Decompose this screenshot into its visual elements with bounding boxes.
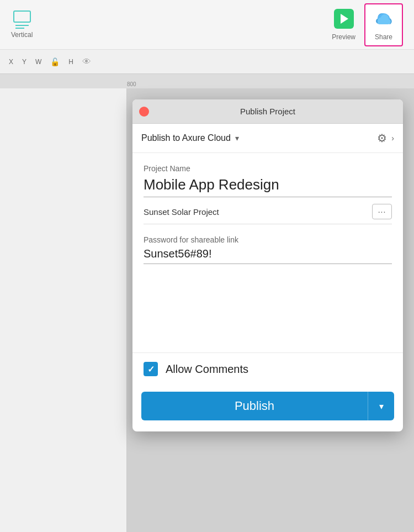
allow-comments-row: ✓ Allow Comments xyxy=(132,352,403,385)
play-icon xyxy=(334,9,354,29)
cloud-icon-container xyxy=(372,9,395,29)
play-triangle xyxy=(341,14,348,24)
workspace-row: Sunset Solar Project ··· xyxy=(144,204,392,224)
visibility-icon: 👁 xyxy=(82,57,91,67)
modal-titlebar: Publish Project xyxy=(132,99,403,124)
share-button[interactable]: Share xyxy=(364,3,403,46)
ruler-number: 800 xyxy=(127,81,136,88)
lock-icon: 🔓 xyxy=(50,57,60,66)
chevron-down-icon[interactable]: ▾ xyxy=(235,134,239,143)
workspace-options-button[interactable]: ··· xyxy=(372,204,392,219)
publish-project-modal: Publish Project Publish to Axure Cloud ▾… xyxy=(132,99,403,431)
layout-icon xyxy=(13,10,31,23)
lines-icon xyxy=(15,25,29,29)
workspace-name: Sunset Solar Project xyxy=(144,207,219,217)
project-name-value[interactable]: Mobile App Redesign xyxy=(144,176,392,197)
project-name-label: Project Name xyxy=(144,164,392,173)
form-area: Project Name Mobile App Redesign Sunset … xyxy=(132,153,403,352)
checkmark-icon: ✓ xyxy=(147,364,155,375)
arrow-right-icon: › xyxy=(391,134,394,143)
spacer-area xyxy=(144,277,392,344)
w-label: W xyxy=(35,58,41,66)
modal-close-button[interactable] xyxy=(139,107,149,117)
publish-btn-area: Publish ▾ xyxy=(132,385,403,431)
preview-label: Preview xyxy=(332,33,355,41)
ruler-marks: 800 xyxy=(127,81,136,88)
gear-icon[interactable]: ⚙ xyxy=(377,131,387,145)
toolbar-left-section: Vertical xyxy=(0,5,44,44)
share-label: Share xyxy=(375,33,392,41)
settings-area: ⚙ › xyxy=(377,131,394,145)
publish-dropdown-button[interactable]: ▾ xyxy=(368,392,394,420)
line-2 xyxy=(15,28,24,29)
x-label: X xyxy=(9,58,13,66)
secondary-toolbar: X Y W 🔓 H 👁 xyxy=(0,50,414,74)
modal-overlay: Publish Project Publish to Axure Cloud ▾… xyxy=(127,88,414,532)
toolbar-right-section: Preview Share xyxy=(325,3,403,46)
preview-button[interactable]: Preview xyxy=(325,4,362,45)
ruler-area: 800 xyxy=(0,74,414,88)
vertical-label: Vertical xyxy=(11,31,33,39)
publish-target-bar: Publish to Axure Cloud ▾ ⚙ › xyxy=(132,124,403,153)
password-value[interactable]: Sunset56#89! xyxy=(144,247,392,264)
y-label: Y xyxy=(22,58,26,66)
cloud-icon xyxy=(373,10,394,27)
password-label: Password for shareable link xyxy=(144,235,392,244)
h-label: H xyxy=(68,58,73,66)
modal-title: Publish Project xyxy=(240,107,295,116)
allow-comments-label: Allow Comments xyxy=(166,363,248,376)
publish-target-label: Publish to Axure Cloud xyxy=(141,133,231,143)
modal-body: Publish to Axure Cloud ▾ ⚙ › Project Nam… xyxy=(132,124,403,431)
left-panel: 800 ▼ xyxy=(0,74,127,532)
publish-dropdown-arrow-icon: ▾ xyxy=(379,401,384,412)
publish-button[interactable]: Publish xyxy=(141,392,368,420)
top-toolbar: Vertical Preview Share xyxy=(0,0,414,50)
line-1 xyxy=(15,25,29,26)
allow-comments-checkbox[interactable]: ✓ xyxy=(144,362,158,376)
